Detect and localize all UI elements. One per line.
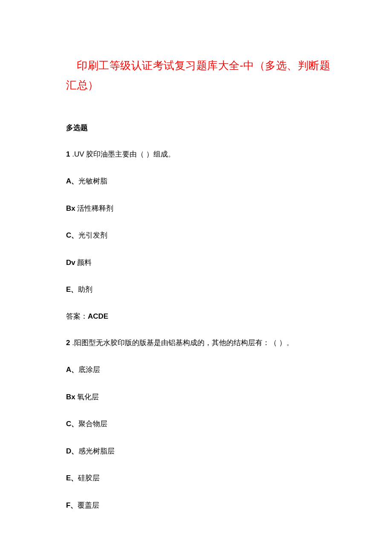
answer-1: 答案：ACDE [66,311,332,321]
option-text: 助剂 [78,285,92,293]
option-text: 底涂层 [78,366,100,374]
question-number: 2 [66,339,70,347]
option-2-a: A、底涂层 [66,364,332,375]
option-label: F、 [66,501,78,509]
option-label: E、 [66,285,78,293]
question-2: 2 .阳图型无水胶印版的版基是由铝基构成的，其他的结构层有：（ ）。 [66,337,332,349]
option-label: Dv [66,259,77,267]
option-text: 感光树脂层 [78,447,115,455]
option-1-c: C、光引发剂 [66,230,332,241]
option-text: 颜料 [77,259,92,267]
question-number: 1 [66,150,70,158]
option-label: A、 [66,177,78,185]
option-text: 氧化层 [77,393,99,401]
option-1-a: A、光敏树脂 [66,176,332,187]
option-1-e: E、助剂 [66,284,332,295]
option-label: Bx [66,393,77,401]
option-2-f: F、覆盖层 [66,500,332,511]
option-2-c: C、聚合物层 [66,418,332,430]
question-1: 1 .UV 胶印油墨主要由（ ）组成。 [66,149,332,160]
document-title: 印刷工等级认证考试复习题库大全-中（多选、判断题汇总） [66,55,332,95]
option-text: 活性稀释剂 [77,204,113,212]
option-label: Bx [66,204,77,212]
answer-label: 答案： [66,312,88,320]
option-2-b: Bx 氧化层 [66,392,332,403]
question-text: .阳图型无水胶印版的版基是由铝基构成的，其他的结构层有：（ ）。 [72,339,293,347]
option-text: 硅胶层 [78,474,100,482]
option-text: 光敏树脂 [78,177,107,185]
option-1-d: Dv 颜料 [66,257,332,268]
option-2-d: D、感光树脂层 [66,446,332,457]
answer-value: ACDE [88,312,108,320]
option-label: C、 [66,420,78,428]
option-text: 聚合物层 [78,420,107,428]
option-label: E、 [66,474,78,482]
section-heading: 多选题 [66,123,332,133]
option-1-b: Bx 活性稀释剂 [66,203,332,214]
option-label: A、 [66,366,78,374]
option-text: 光引发剂 [78,231,107,239]
question-text: .UV 胶印油墨主要由（ ）组成。 [72,150,175,158]
option-2-e: E、硅胶层 [66,473,332,484]
option-label: D、 [66,447,78,455]
option-label: C、 [66,231,78,239]
option-text: 覆盖层 [78,501,99,509]
